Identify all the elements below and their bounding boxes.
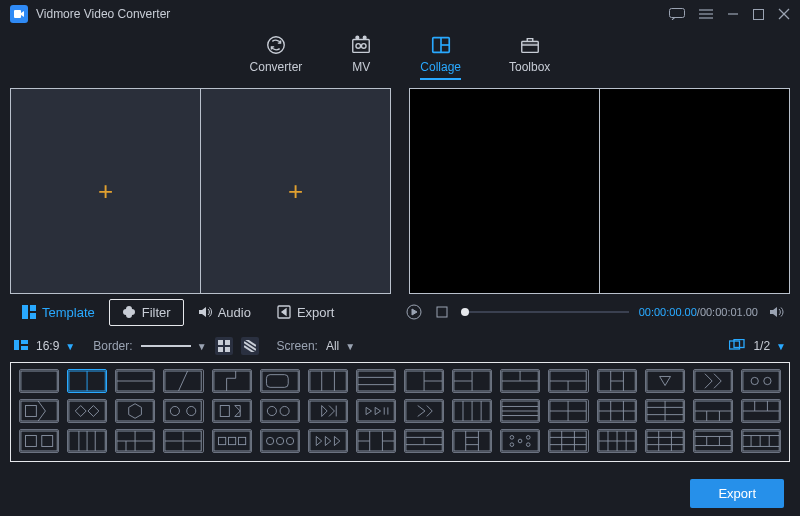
template-thumb-0[interactable] <box>19 369 59 393</box>
template-thumb-19[interactable] <box>163 399 203 423</box>
template-thumb-47[interactable] <box>741 429 781 453</box>
template-thumb-16[interactable] <box>19 399 59 423</box>
svg-rect-26 <box>437 307 447 317</box>
template-thumb-11[interactable] <box>548 369 588 393</box>
template-thumb-33[interactable] <box>67 429 107 453</box>
preview-slot-2 <box>599 89 789 293</box>
template-thumb-39[interactable] <box>356 429 396 453</box>
collage-slot-2[interactable]: + <box>200 89 390 293</box>
border-width-select[interactable]: ▼ <box>141 341 207 352</box>
maximize-icon[interactable] <box>753 7 764 22</box>
template-thumb-22[interactable] <box>308 399 348 423</box>
page-select[interactable]: 1/2▼ <box>753 339 786 353</box>
svg-rect-120 <box>21 431 57 451</box>
tab-mv[interactable]: MV <box>350 34 372 80</box>
svg-rect-23 <box>30 313 36 319</box>
border-style-button[interactable] <box>241 337 259 355</box>
timeline-slider[interactable] <box>461 311 629 313</box>
template-thumb-36[interactable] <box>212 429 252 453</box>
svg-point-14 <box>362 44 367 49</box>
feedback-icon[interactable] <box>669 7 685 22</box>
template-thumb-21[interactable] <box>260 399 300 423</box>
svg-rect-47 <box>262 371 298 391</box>
template-thumb-37[interactable] <box>260 429 300 453</box>
template-thumb-23[interactable] <box>356 399 396 423</box>
template-thumb-4[interactable] <box>212 369 252 393</box>
subtab-filter[interactable]: Filter <box>109 299 184 326</box>
subtab-template[interactable]: Template <box>10 300 107 325</box>
template-thumb-9[interactable] <box>452 369 492 393</box>
border-color-button[interactable] <box>215 337 233 355</box>
template-thumb-42[interactable] <box>500 429 540 453</box>
toolbox-icon <box>519 34 541 56</box>
template-thumb-46[interactable] <box>693 429 733 453</box>
tab-converter[interactable]: Converter <box>250 34 303 80</box>
border-label: Border: <box>93 339 132 353</box>
template-thumb-32[interactable] <box>19 429 59 453</box>
template-thumb-8[interactable] <box>404 369 444 393</box>
template-thumb-45[interactable] <box>645 429 685 453</box>
app-title: Vidmore Video Converter <box>36 7 170 21</box>
template-thumb-24[interactable] <box>404 399 444 423</box>
subtab-audio[interactable]: Audio <box>186 300 263 325</box>
template-thumb-18[interactable] <box>115 399 155 423</box>
close-icon[interactable] <box>778 7 790 22</box>
screen-select[interactable]: All▼ <box>326 339 355 353</box>
app-logo <box>10 5 28 23</box>
template-thumb-5[interactable] <box>260 369 300 393</box>
timeline-thumb[interactable] <box>461 308 469 316</box>
template-thumb-6[interactable] <box>308 369 348 393</box>
template-thumb-7[interactable] <box>356 369 396 393</box>
stop-button[interactable] <box>433 303 451 321</box>
export-button[interactable]: Export <box>690 479 784 508</box>
template-thumb-30[interactable] <box>693 399 733 423</box>
svg-rect-1 <box>670 8 685 17</box>
svg-point-9 <box>268 37 285 54</box>
template-thumb-34[interactable] <box>115 429 155 453</box>
tab-toolbox[interactable]: Toolbox <box>509 34 550 80</box>
ratio-select[interactable]: 16:9▼ <box>36 339 75 353</box>
collage-slot-1[interactable]: + <box>11 89 200 293</box>
volume-button[interactable] <box>768 303 786 321</box>
template-thumb-40[interactable] <box>404 429 444 453</box>
template-thumb-20[interactable] <box>212 399 252 423</box>
template-thumb-27[interactable] <box>548 399 588 423</box>
template-thumb-41[interactable] <box>452 429 492 453</box>
menu-icon[interactable] <box>699 7 713 22</box>
current-time: 00:00:00.00 <box>639 306 697 318</box>
template-thumb-44[interactable] <box>597 429 637 453</box>
template-thumb-28[interactable] <box>597 399 637 423</box>
subtab-export[interactable]: Export <box>265 300 347 325</box>
topnav: Converter MV Collage Toolbox <box>0 28 800 88</box>
subtab-label: Audio <box>218 305 251 320</box>
play-button[interactable] <box>405 303 423 321</box>
template-thumb-10[interactable] <box>500 369 540 393</box>
template-thumb-43[interactable] <box>548 429 588 453</box>
ratio-icon[interactable] <box>14 338 28 355</box>
template-thumb-1[interactable] <box>67 369 107 393</box>
screens-icon[interactable] <box>729 339 745 354</box>
tab-collage[interactable]: Collage <box>420 34 461 80</box>
svg-rect-71 <box>647 371 683 391</box>
svg-point-83 <box>171 406 180 415</box>
template-thumb-3[interactable] <box>163 369 203 393</box>
svg-point-76 <box>764 377 771 384</box>
template-thumb-31[interactable] <box>741 399 781 423</box>
template-thumb-26[interactable] <box>500 399 540 423</box>
template-thumb-15[interactable] <box>741 369 781 393</box>
svg-point-141 <box>276 437 283 444</box>
template-thumb-17[interactable] <box>67 399 107 423</box>
template-thumb-38[interactable] <box>308 429 348 453</box>
template-thumb-25[interactable] <box>452 399 492 423</box>
minimize-icon[interactable] <box>727 7 739 22</box>
template-thumb-13[interactable] <box>645 369 685 393</box>
tab-label: MV <box>352 60 370 74</box>
template-thumb-29[interactable] <box>645 399 685 423</box>
template-thumb-2[interactable] <box>115 369 155 393</box>
template-thumb-14[interactable] <box>693 369 733 393</box>
svg-rect-90 <box>310 401 346 421</box>
svg-point-88 <box>267 406 276 415</box>
template-thumb-35[interactable] <box>163 429 203 453</box>
svg-point-11 <box>356 36 359 39</box>
template-thumb-12[interactable] <box>597 369 637 393</box>
